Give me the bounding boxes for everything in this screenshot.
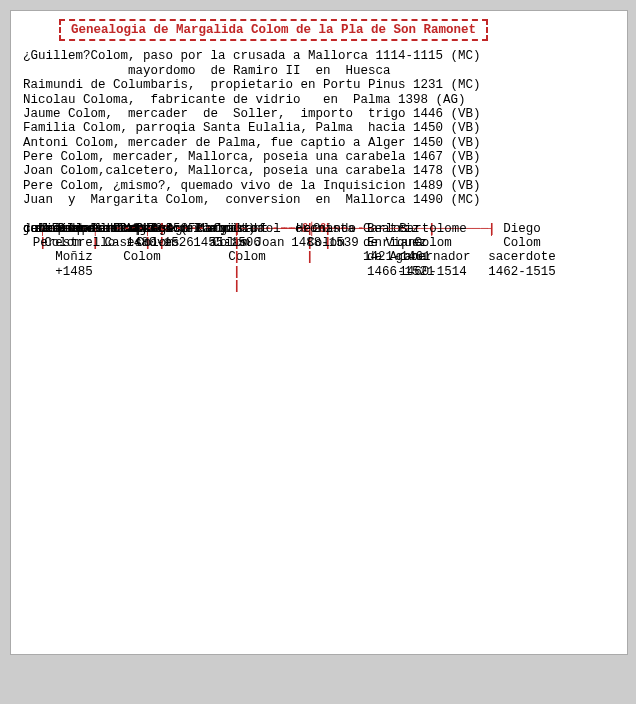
person-diego-priest: Diego Colom sacerdote 1462-1515 [483,222,561,280]
person-beatriz: Beatriz Enriquez de Arana 1466-1521 [367,222,443,280]
family-tree: Joan Colom judio en la Pla de Son Ramone… [23,222,615,642]
document-page: Genealogia de Margalida Colom de la Pla … [10,10,628,655]
hernando-role: cronista 1488-1539 [275,222,375,251]
page-title: Genealogia de Margalida Colom de la Pla … [59,19,488,41]
historical-records-block: ¿Guillem?Colom, paso por la crusada a Ma… [23,49,615,207]
diego-role: almirant segundary 1480-1526 [75,222,245,251]
